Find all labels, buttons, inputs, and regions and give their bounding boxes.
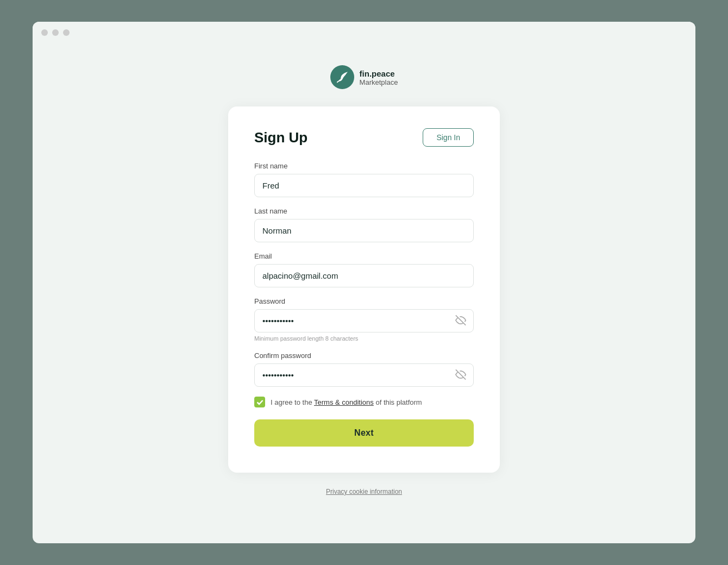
checkmark-icon [256,399,263,406]
password-hint: Minimum password length 8 characters [254,335,474,342]
terms-prefix: I agree to the [271,398,314,406]
sign-in-button[interactable]: Sign In [423,128,474,147]
password-input[interactable] [254,309,474,332]
password-toggle-icon[interactable] [455,315,466,327]
dove-icon [335,70,349,84]
logo-subtitle: Marketplace [360,78,398,86]
password-label: Password [254,297,474,305]
next-button[interactable]: Next [254,419,474,447]
email-label: Email [254,252,474,260]
terms-link[interactable]: Terms & conditions [314,398,374,406]
dot-3 [63,29,70,36]
last-name-label: Last name [254,207,474,215]
confirm-password-group: Confirm password [254,351,474,387]
logo-name: fin.peace [360,69,395,78]
terms-row: I agree to the Terms & conditions of thi… [254,397,474,407]
password-wrapper [254,309,474,332]
browser-window: fin.peace Marketplace Sign Up Sign In Fi… [33,22,695,543]
dot-2 [52,29,59,36]
top-bar [33,22,695,43]
confirm-password-label: Confirm password [254,351,474,360]
logo-text: fin.peace Marketplace [360,69,398,86]
confirm-password-toggle-icon[interactable] [455,369,466,381]
card-header: Sign Up Sign In [254,128,474,147]
first-name-label: First name [254,162,474,170]
first-name-group: First name [254,162,474,197]
confirm-password-wrapper [254,363,474,387]
page-title: Sign Up [254,129,307,146]
logo-icon [330,65,354,89]
email-input[interactable] [254,264,474,287]
signup-card: Sign Up Sign In First name Last name Ema… [228,106,500,473]
terms-label: I agree to the Terms & conditions of thi… [271,398,422,406]
terms-suffix: of this platform [374,398,422,406]
email-group: Email [254,252,474,287]
first-name-input[interactable] [254,174,474,197]
confirm-password-input[interactable] [254,363,474,387]
last-name-input[interactable] [254,219,474,242]
logo-area: fin.peace Marketplace [330,65,398,90]
privacy-link[interactable]: Privacy cookie information [326,488,402,495]
dot-1 [41,29,48,36]
last-name-group: Last name [254,207,474,242]
password-group: Password Minimum password length 8 chara… [254,297,474,342]
terms-checkbox[interactable] [254,397,265,407]
